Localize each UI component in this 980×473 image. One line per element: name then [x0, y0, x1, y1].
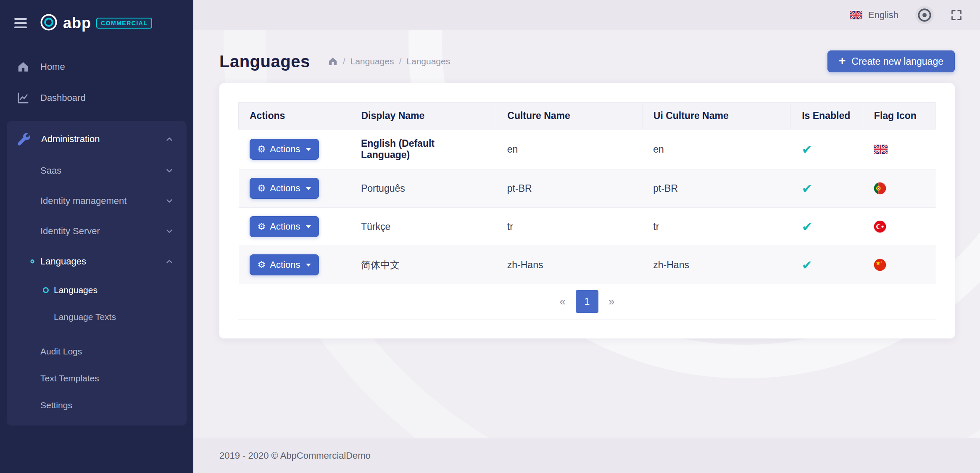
sidebar-item-label: Settings: [40, 400, 72, 410]
actions-button-label: Actions: [270, 144, 300, 155]
sidebar-item-identity-server[interactable]: Identity Server: [7, 216, 187, 246]
sidebar-item-settings[interactable]: Settings: [7, 392, 187, 419]
breadcrumb-separator: /: [343, 56, 345, 66]
row-actions-button[interactable]: ⚙Actions: [250, 139, 319, 160]
caret-down-icon: [306, 264, 311, 267]
display-name-cell: Português: [350, 169, 496, 208]
table-row-english: ⚙Actions English (Default Language) en e…: [239, 129, 936, 169]
table-row-portuguese: ⚙Actions Português pt-BR pt-BR ✔: [239, 169, 936, 208]
culture-name-cell: pt-BR: [496, 169, 642, 208]
ui-culture-name-cell: pt-BR: [642, 169, 790, 208]
row-actions-button[interactable]: ⚙Actions: [250, 254, 319, 275]
pagination-next[interactable]: »: [600, 295, 623, 308]
languages-table-container: Actions Display Name Culture Name Ui Cul…: [238, 102, 936, 320]
display-name-cell: English (Default Language): [350, 129, 496, 169]
actions-button-label: Actions: [270, 259, 300, 270]
sidebar-nav: Home Dashboard Administration Saas Ident…: [0, 46, 193, 425]
pagination-page-1[interactable]: 1: [576, 290, 598, 313]
actions-button-label: Actions: [270, 221, 300, 232]
page-footer: 2019 - 2020 © AbpCommercialDemo: [193, 438, 980, 473]
check-icon: ✔: [802, 258, 812, 272]
sidebar-item-label: Languages: [54, 285, 97, 295]
create-button-label: Create new language: [851, 56, 943, 67]
user-avatar[interactable]: [915, 6, 934, 24]
bullet-icon: [43, 287, 49, 293]
fullscreen-icon[interactable]: [951, 9, 962, 21]
create-new-language-button[interactable]: + Create new language: [827, 50, 955, 72]
sidebar-item-label: Languages: [40, 256, 86, 267]
sidebar-item-label: Administration: [41, 134, 100, 145]
column-header-display-name: Display Name: [350, 103, 496, 129]
ui-culture-name-cell: zh-Hans: [642, 246, 790, 284]
table-row-turkish: ⚙Actions Türkçe tr tr ✔: [239, 208, 936, 246]
chevron-up-icon: [165, 257, 174, 266]
display-name-cell: Türkçe: [350, 208, 496, 246]
gb-flag-icon: [850, 11, 862, 19]
sidebar-item-languages-child[interactable]: Languages: [7, 277, 187, 304]
chart-icon: [17, 92, 29, 104]
caret-down-icon: [306, 148, 311, 151]
menu-toggle-icon[interactable]: [14, 18, 27, 28]
brand-name: abp: [63, 14, 91, 32]
sidebar-item-label: Identity Server: [40, 226, 100, 237]
cn-flag-icon: [874, 259, 886, 271]
sidebar: abp COMMERCIAL Home Dashboard Administra…: [0, 0, 193, 473]
chevron-down-icon: [165, 196, 174, 206]
sidebar-item-audit-logs[interactable]: Audit Logs: [7, 338, 187, 365]
sidebar-item-dashboard[interactable]: Dashboard: [0, 82, 193, 114]
ui-culture-name-cell: tr: [642, 208, 790, 246]
sidebar-item-language-texts[interactable]: Language Texts: [7, 304, 187, 330]
tr-flag-icon: [874, 220, 886, 233]
culture-name-cell: zh-Hans: [496, 246, 642, 284]
row-actions-button[interactable]: ⚙Actions: [250, 178, 319, 199]
home-icon[interactable]: [328, 56, 338, 66]
table-row-chinese: ⚙Actions 简体中文 zh-Hans zh-Hans ✔: [239, 246, 936, 284]
sidebar-item-label: Language Texts: [54, 312, 116, 322]
sidebar-item-administration[interactable]: Administration: [7, 123, 187, 156]
nav-divider: [7, 330, 187, 338]
column-header-flag-icon: Flag Icon: [863, 103, 935, 129]
sidebar-item-identity-management[interactable]: Identity management: [7, 186, 187, 216]
sidebar-item-label: Home: [40, 61, 65, 72]
pagination: « 1 »: [238, 284, 936, 320]
sidebar-item-label: Dashboard: [40, 92, 86, 103]
check-icon: ✔: [802, 143, 812, 156]
languages-card: Actions Display Name Culture Name Ui Cul…: [219, 83, 955, 338]
sidebar-item-languages[interactable]: Languages: [7, 246, 187, 277]
breadcrumb: / Languages / Languages: [328, 56, 450, 66]
wrench-icon: [18, 133, 30, 145]
caret-down-icon: [306, 187, 311, 190]
sidebar-item-label: Saas: [40, 165, 61, 176]
check-icon: ✔: [802, 182, 812, 196]
culture-name-cell: tr: [496, 208, 642, 246]
chevron-down-icon: [165, 166, 174, 175]
chevron-down-icon: [165, 227, 174, 236]
culture-name-cell: en: [496, 129, 642, 169]
sidebar-item-text-templates[interactable]: Text Templates: [7, 365, 187, 392]
pagination-prev[interactable]: «: [551, 295, 574, 308]
column-header-actions: Actions: [239, 103, 350, 129]
column-header-is-enabled: Is Enabled: [791, 103, 863, 129]
sidebar-item-saas[interactable]: Saas: [7, 156, 187, 186]
breadcrumb-item[interactable]: Languages: [350, 56, 394, 66]
sidebar-header: abp COMMERCIAL: [0, 0, 193, 46]
sidebar-administration-group: Administration Saas Identity management …: [7, 121, 187, 425]
breadcrumb-item[interactable]: Languages: [406, 56, 450, 66]
column-header-ui-culture-name: Ui Culture Name: [642, 103, 790, 129]
main-area: English Languages / Languages / Language…: [193, 0, 980, 473]
row-actions-button[interactable]: ⚙Actions: [250, 216, 319, 237]
copyright-text: 2019 - 2020 © AbpCommercialDemo: [219, 450, 371, 461]
sidebar-item-home[interactable]: Home: [0, 51, 193, 82]
brand-logo[interactable]: abp COMMERCIAL: [40, 13, 152, 33]
check-icon: ✔: [802, 220, 812, 234]
page-header: Languages / Languages / Languages + Crea…: [219, 50, 955, 72]
gear-icon: ⚙: [258, 260, 266, 270]
brand-badge: COMMERCIAL: [96, 18, 152, 29]
chevron-up-icon: [165, 135, 174, 144]
gear-icon: ⚙: [258, 184, 266, 193]
plus-icon: +: [839, 55, 846, 67]
pt-flag-icon: [874, 182, 886, 195]
display-name-cell: 简体中文: [350, 246, 496, 284]
app-window: abp COMMERCIAL Home Dashboard Administra…: [0, 0, 980, 473]
language-picker[interactable]: English: [850, 10, 898, 21]
